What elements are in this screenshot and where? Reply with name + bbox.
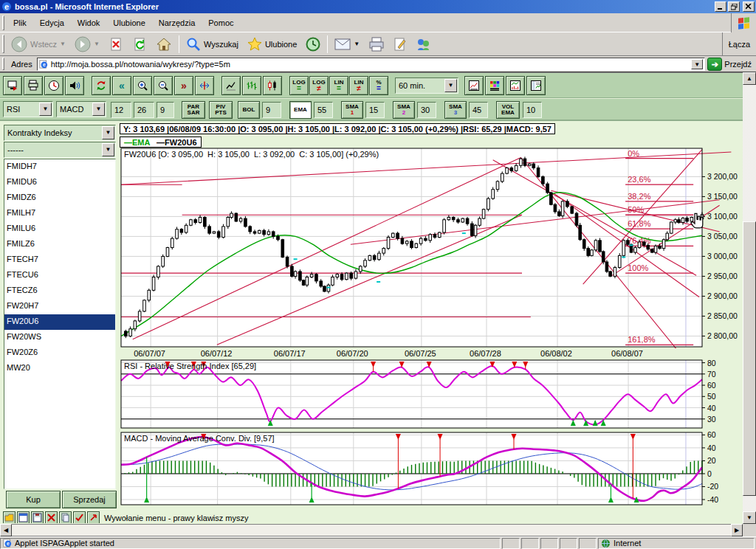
line-chart-button[interactable] bbox=[221, 76, 241, 95]
parabolic-sar-button[interactable]: PAR SAR bbox=[182, 101, 205, 119]
save-icon[interactable] bbox=[31, 511, 44, 523]
volume-ema-input[interactable]: 10 bbox=[523, 102, 542, 118]
go-button[interactable]: ➔ bbox=[707, 58, 722, 71]
menu-pomoc[interactable]: Pomoc bbox=[202, 16, 240, 30]
macd-chart-svg[interactable]: 6040200-20-40 bbox=[120, 432, 743, 506]
vertical-scrollbar[interactable]: ▲ ▼ bbox=[743, 72, 756, 524]
candle-chart-button[interactable] bbox=[263, 76, 282, 95]
instrument-group-select[interactable]: Kontrakty Indeksy▼ bbox=[4, 125, 116, 141]
horizontal-scrollbar[interactable]: ◀ ▶ bbox=[0, 524, 743, 536]
stop-button[interactable] bbox=[104, 34, 128, 55]
links-area[interactable]: Łącza bbox=[722, 32, 756, 55]
open-icon[interactable] bbox=[3, 511, 16, 523]
scroll-right-button[interactable]: » bbox=[174, 76, 193, 95]
instrument-item-FMILZ6[interactable]: FMILZ6 bbox=[4, 237, 115, 252]
sma2-button[interactable]: SMA2 bbox=[393, 101, 415, 119]
menu-ulubione[interactable]: Ulubione bbox=[106, 16, 151, 30]
menu-widok[interactable]: Widok bbox=[71, 16, 107, 30]
colors-button[interactable] bbox=[485, 76, 504, 95]
messenger-button[interactable] bbox=[411, 34, 435, 55]
sma3-input[interactable]: 45 bbox=[469, 102, 488, 118]
delete-icon[interactable] bbox=[45, 511, 58, 523]
scroll-left-icon[interactable]: ◀ bbox=[0, 524, 12, 536]
rsi-panel[interactable]: RSI - Relative Strength Index [65,29] 80… bbox=[120, 359, 743, 431]
mail-dropdown-icon[interactable]: ▼ bbox=[354, 41, 360, 47]
menu-edycja[interactable]: Edycja bbox=[33, 16, 71, 30]
instrument-item-FTECU6[interactable]: FTECU6 bbox=[4, 268, 115, 283]
refresh-button[interactable] bbox=[128, 34, 151, 55]
restore-button[interactable] bbox=[728, 1, 740, 12]
address-grip[interactable] bbox=[2, 58, 4, 70]
sma1-input[interactable]: 15 bbox=[365, 102, 385, 118]
expand-icon[interactable] bbox=[87, 511, 100, 523]
sma1-button[interactable]: SMA1 bbox=[341, 101, 363, 119]
pct-eq-button[interactable]: %= bbox=[369, 76, 388, 95]
log-neq-button[interactable]: LOG≠ bbox=[309, 76, 329, 95]
instrument-item-FTECZ6[interactable]: FTECZ6 bbox=[4, 283, 115, 299]
refresh-button[interactable] bbox=[92, 76, 111, 95]
copy-icon[interactable] bbox=[59, 511, 72, 523]
instrument-item-FW20H7[interactable]: FW20H7 bbox=[4, 299, 115, 314]
instrument-item-FW20U6[interactable]: FW20U6 bbox=[4, 314, 115, 330]
back-button[interactable]: Wstecz ▼ bbox=[7, 34, 70, 55]
sma3-button[interactable]: SMA3 bbox=[444, 101, 467, 119]
vertical-scrollbar-thumb[interactable] bbox=[743, 221, 756, 496]
minimize-button[interactable] bbox=[715, 1, 726, 12]
sma2-input[interactable]: 30 bbox=[417, 102, 436, 118]
bollinger-button[interactable]: BOL bbox=[238, 101, 260, 119]
menu-plik[interactable]: Plik bbox=[7, 16, 33, 30]
pivot-points-button[interactable]: PIV PTS bbox=[209, 101, 233, 119]
macd-signal-input[interactable]: 9 bbox=[157, 102, 174, 118]
instrument-item-FW20WS[interactable]: FW20WS bbox=[4, 330, 115, 345]
search-button[interactable]: Wyszukaj bbox=[182, 34, 243, 55]
instrument-item-FMIDH7[interactable]: FMIDH7 bbox=[4, 159, 115, 175]
scroll-up-icon[interactable]: ▲ bbox=[743, 72, 756, 85]
lin-neq-button[interactable]: LIN≠ bbox=[349, 76, 368, 95]
forward-button[interactable]: ▼ bbox=[70, 34, 104, 55]
macd-slow-input[interactable]: 26 bbox=[134, 102, 154, 118]
instrument-item-MW20[interactable]: MW20 bbox=[4, 361, 115, 376]
price-chart-svg[interactable]: 3 200,003 150,003 100,003 050,003 000,00… bbox=[120, 148, 743, 348]
zoom-in-button[interactable] bbox=[133, 76, 152, 95]
indicator2-select[interactable]: MACD▼ bbox=[56, 101, 106, 117]
ema-input[interactable]: 55 bbox=[314, 102, 333, 118]
volume-window-button[interactable] bbox=[506, 76, 525, 95]
sound-button[interactable] bbox=[65, 76, 84, 95]
home-button[interactable] bbox=[151, 34, 176, 55]
instrument-item-FMIDU6[interactable]: FMIDU6 bbox=[4, 175, 115, 190]
interval-dropdown-icon[interactable]: ▼ bbox=[444, 79, 457, 92]
range-button[interactable] bbox=[195, 76, 214, 95]
back-dropdown-icon[interactable]: ▼ bbox=[60, 41, 66, 47]
interval-select[interactable]: 60 min.▼ bbox=[395, 77, 458, 94]
close-button[interactable] bbox=[743, 1, 755, 12]
scroll-right-icon[interactable]: ▶ bbox=[731, 524, 743, 536]
sell-button[interactable]: Sprzedaj bbox=[62, 491, 117, 508]
apply-icon[interactable] bbox=[73, 511, 86, 523]
address-input[interactable]: e http://moja.bossa.pl/notowania/wykresy… bbox=[37, 58, 706, 71]
toolbar-grip[interactable] bbox=[2, 35, 4, 53]
price-chart-panel[interactable]: FW20U6 [O: 3 095,00 H: 3 105,00 L: 3 092… bbox=[120, 148, 743, 350]
buy-button[interactable]: Kup bbox=[6, 491, 61, 508]
layout-button[interactable] bbox=[526, 76, 546, 95]
volume-ema-button[interactable]: VOL EMA bbox=[496, 101, 520, 119]
scroll-down-icon[interactable]: ▼ bbox=[743, 511, 756, 524]
indicator1-dropdown-icon[interactable]: ▼ bbox=[39, 103, 52, 116]
log-eq-button[interactable]: LOG= bbox=[289, 76, 309, 95]
group-dropdown-icon[interactable]: ▼ bbox=[102, 126, 114, 139]
edit-button[interactable] bbox=[389, 34, 411, 55]
instrument-item-FTECH7[interactable]: FTECH7 bbox=[4, 252, 115, 268]
instrument-item-FMIDZ6[interactable]: FMIDZ6 bbox=[4, 190, 115, 206]
bollinger-input[interactable]: 9 bbox=[262, 102, 281, 118]
instrument-item-FMILH7[interactable]: FMILH7 bbox=[4, 206, 115, 221]
menu-grip[interactable] bbox=[2, 15, 4, 30]
capture-button[interactable] bbox=[3, 76, 22, 95]
indicator1-select[interactable]: RSI▼ bbox=[3, 101, 53, 117]
print-button[interactable] bbox=[364, 34, 389, 55]
window-icon[interactable] bbox=[17, 511, 30, 523]
favorites-button[interactable]: Ulubione bbox=[243, 34, 301, 55]
instrument-item-FMILU6[interactable]: FMILU6 bbox=[4, 221, 115, 237]
ema-button[interactable]: EMA bbox=[289, 101, 312, 119]
bar-chart-button[interactable] bbox=[242, 76, 261, 95]
url-dropdown-icon[interactable]: ▼ bbox=[691, 59, 703, 69]
horizontal-scrollbar-track[interactable] bbox=[12, 524, 731, 536]
